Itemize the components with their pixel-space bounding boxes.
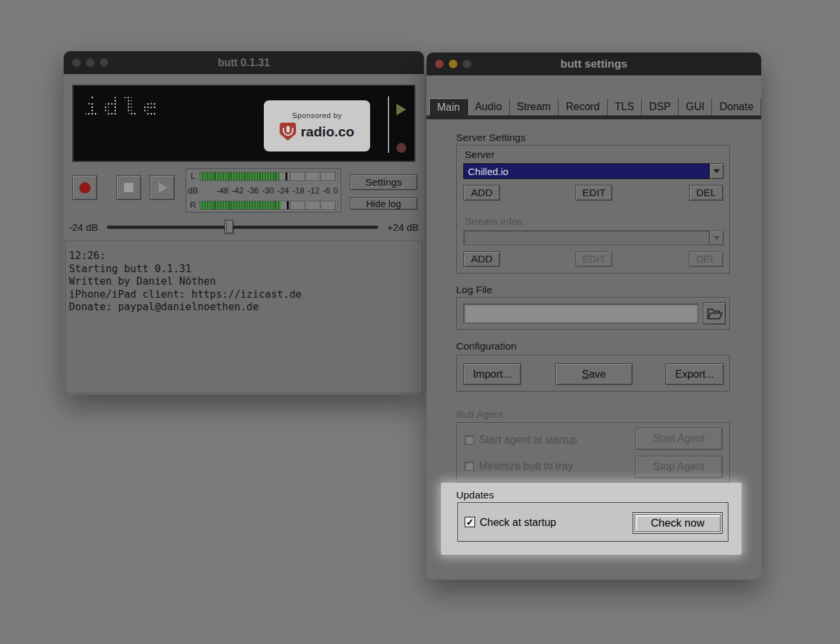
log-file-heading: Log File — [456, 284, 492, 296]
log-output[interactable]: 12:26: Starting butt 0.1.31 Written by D… — [65, 241, 423, 393]
main-window-title: butt 0.1.31 — [218, 57, 270, 69]
vu-ticks — [200, 201, 337, 209]
vu-scale-tick: -6 — [323, 186, 330, 195]
log-file-path-input[interactable] — [463, 304, 698, 323]
server-del-button[interactable]: DEL — [689, 185, 723, 201]
stream-infos-combobox-value — [463, 230, 709, 245]
lcd-display: idle Sponsored by radio.co — [72, 85, 415, 162]
tab-donate[interactable]: Donate — [712, 98, 761, 115]
stream-indicator-icon — [396, 104, 406, 115]
stream-add-button[interactable]: ADD — [463, 251, 500, 267]
tab-record[interactable]: Record — [558, 98, 608, 115]
stop-icon — [124, 183, 133, 192]
server-add-button[interactable]: ADD — [463, 185, 500, 201]
server-edit-button[interactable]: EDIT — [576, 185, 612, 201]
settings-window-title: butt settings — [560, 58, 627, 71]
tab-dsp[interactable]: DSP — [642, 98, 679, 115]
chevron-down-icon — [713, 169, 720, 173]
gain-slider-row: -24 dB +24 dB — [69, 220, 419, 234]
gain-min-label: -24 dB — [69, 222, 98, 233]
vu-scale-tick: -48 — [217, 186, 228, 195]
play-icon — [159, 182, 167, 193]
tabbar-underline — [427, 115, 761, 119]
log-file-group — [456, 297, 730, 330]
close-icon[interactable] — [435, 60, 444, 68]
configuration-heading: Configuration — [456, 340, 516, 352]
save-button[interactable]: Save — [555, 363, 633, 385]
gain-max-label: +24 dB — [387, 222, 419, 233]
server-combobox-arrow-button[interactable] — [709, 163, 724, 179]
start-agent-checkbox — [465, 435, 474, 445]
updates-spotlight: Updates ✓ Check at startup Check now — [441, 483, 742, 555]
vu-left-label: L — [186, 171, 200, 181]
butt-agent-group: Start agent at startup Start Agent Minim… — [456, 422, 730, 483]
export-button[interactable]: Export... — [665, 363, 724, 385]
import-button[interactable]: Import... — [463, 363, 521, 385]
record-button[interactable] — [72, 175, 97, 200]
stream-infos-combobox-arrow-button — [709, 230, 724, 245]
main-titlebar[interactable]: butt 0.1.31 — [64, 51, 424, 74]
check-at-startup-checkbox[interactable]: ✓ — [465, 517, 475, 527]
vu-scale-tick: -12 — [308, 186, 320, 195]
sponsor-label: Sponsored by — [292, 111, 342, 119]
settings-window-body: Main Audio Stream Record TLS DSP GUI Don… — [427, 75, 761, 580]
zoom-icon[interactable] — [463, 60, 471, 68]
log-line: iPhone/iPad client: https://izicast.de — [69, 289, 419, 302]
check-at-startup-label: Check at startup — [480, 517, 556, 529]
minimize-icon[interactable] — [86, 58, 94, 67]
stop-button[interactable] — [116, 175, 141, 200]
vu-bar-right — [200, 201, 338, 210]
vu-scale-tick: -36 — [247, 186, 259, 195]
hide-log-button[interactable]: Hide log — [350, 197, 417, 210]
vu-db-label: dB — [186, 186, 200, 195]
vu-scale-tick: -42 — [232, 186, 243, 195]
log-line: 12:26: — [69, 250, 419, 263]
record-icon — [79, 182, 91, 193]
save-button-label: Save — [582, 369, 606, 380]
stream-infos-combobox — [463, 230, 724, 245]
record-indicator-icon — [396, 143, 406, 153]
server-settings-group: Server Chilled.io ADD EDIT DEL Stream In… — [456, 145, 730, 273]
play-button[interactable] — [150, 175, 175, 200]
settings-titlebar[interactable]: butt settings — [427, 52, 761, 75]
configuration-group: Import... Save Export... — [456, 355, 730, 392]
minimize-icon[interactable] — [449, 60, 457, 68]
folder-icon — [707, 307, 723, 320]
main-window: butt 0.1.31 idle Sponsored by radio.co — [64, 51, 424, 395]
server-combobox-value: Chilled.io — [463, 163, 709, 179]
stream-edit-button: EDIT — [576, 251, 612, 267]
server-label: Server — [465, 149, 495, 161]
settings-button[interactable]: Settings — [350, 174, 417, 190]
start-agent-button: Start Agent — [635, 428, 723, 450]
gain-slider-track[interactable] — [107, 226, 378, 229]
updates-heading: Updates — [456, 489, 494, 501]
tab-audio[interactable]: Audio — [468, 98, 510, 115]
vu-bar-left — [200, 172, 338, 181]
minimize-tray-checkbox-label: Minimize butt to tray — [479, 460, 573, 472]
log-line: Donate: paypal@danielnoethen.de — [69, 301, 419, 314]
log-file-browse-button[interactable] — [703, 302, 726, 325]
lcd-divider — [388, 96, 389, 153]
vu-ticks — [200, 172, 337, 180]
zoom-icon[interactable] — [100, 58, 108, 67]
tab-gui[interactable]: GUI — [679, 98, 712, 115]
chevron-down-icon — [713, 236, 720, 240]
check-now-button[interactable]: Check now — [633, 512, 723, 534]
gain-slider-handle[interactable] — [224, 220, 234, 234]
stream-del-button: DEL — [689, 251, 723, 267]
vu-scale: -48 -42 -36 -30 -24 -18 -12 -6 0 — [200, 186, 338, 195]
tab-main[interactable]: Main — [429, 98, 468, 115]
close-icon[interactable] — [72, 58, 81, 67]
server-combobox[interactable]: Chilled.io — [463, 163, 724, 179]
log-line: Starting butt 0.1.31 — [69, 263, 419, 276]
vu-scale-tick: 0 — [333, 186, 338, 195]
tab-tls[interactable]: TLS — [608, 98, 642, 115]
start-agent-checkbox-label: Start agent at startup — [479, 434, 577, 446]
settings-tabbar: Main Audio Stream Record TLS DSP GUI Don… — [427, 98, 761, 115]
vu-scale-tick: -24 — [278, 186, 289, 195]
sponsor-card[interactable]: Sponsored by radio.co — [264, 100, 370, 151]
tab-stream[interactable]: Stream — [510, 98, 559, 115]
main-window-body: idle Sponsored by radio.co L — [64, 74, 424, 395]
server-settings-heading: Server Settings — [456, 132, 526, 144]
log-line: Written by Daniel Nöthen — [69, 275, 419, 289]
